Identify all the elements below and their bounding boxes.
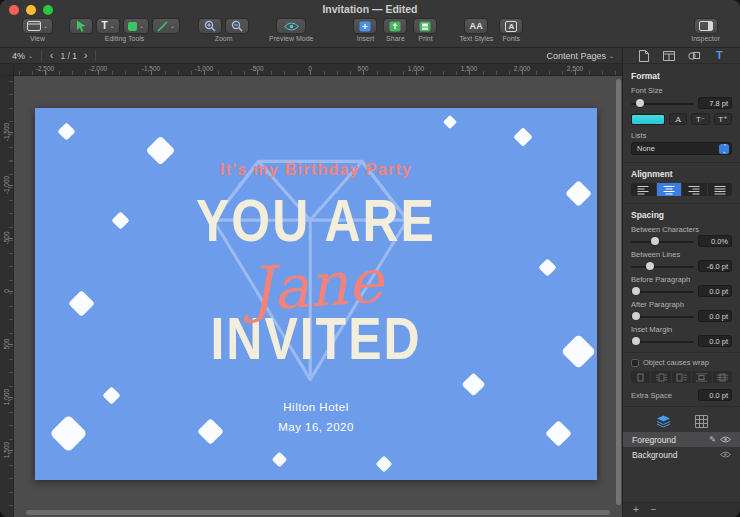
inspector-toggle-button[interactable] [694, 18, 718, 34]
zoom-out-button[interactable] [225, 18, 249, 34]
horizontal-ruler: -2,500-2,000-1,500-1,000-50005001,0001,5… [14, 64, 622, 75]
layers-tab[interactable] [656, 415, 671, 428]
horizontal-scrollbar[interactable] [26, 510, 610, 515]
toolbar-group-label: Inspector [691, 35, 720, 42]
object-inspector-tab[interactable] [684, 49, 704, 63]
text-tool-button[interactable]: T ⌄ [96, 18, 120, 34]
spacing-slider[interactable] [631, 287, 694, 296]
align-right-button[interactable] [682, 183, 707, 196]
chevron-down-icon: ⌄ [28, 53, 33, 59]
toolbar-group-inspector: Inspector [691, 18, 720, 42]
card-date[interactable]: May 16, 2020 [35, 421, 597, 433]
slider-thumb[interactable] [646, 262, 654, 270]
print-button[interactable] [413, 18, 437, 34]
fonts-button[interactable]: A [499, 18, 523, 34]
wrap-right-icon [675, 373, 688, 382]
insert-icon [359, 21, 371, 32]
font-size-field[interactable]: 7.8 pt [698, 97, 732, 109]
align-justify-button[interactable] [708, 183, 733, 196]
line-tool-button[interactable]: ⌄ [152, 18, 180, 34]
shape-tool-button[interactable]: ⌄ [123, 18, 149, 34]
spacing-value-field[interactable]: 0.0 pt [698, 335, 732, 347]
decrease-size-button[interactable]: T⁻ [691, 113, 709, 125]
spacing-row: 0.0 pt [631, 335, 732, 347]
align-center-button[interactable] [657, 183, 682, 196]
spacing-slider[interactable] [631, 262, 694, 271]
content-pages-dropdown[interactable]: Content Pages ⌄ [546, 51, 614, 61]
text-styles-button[interactable]: AA [464, 18, 488, 34]
card-subtitle[interactable]: It's my Birthday Party [35, 161, 597, 179]
preview-mode-button[interactable] [276, 18, 306, 34]
add-layer-button[interactable]: + [633, 505, 639, 515]
card-venue[interactable]: Hilton Hotel [35, 401, 597, 413]
spacing-value-field[interactable]: -6.0 pt [698, 260, 732, 272]
spacing-value-field[interactable]: 0.0% [698, 235, 732, 247]
toolbar-group-label: Share [386, 35, 405, 42]
layers-icon [656, 415, 671, 428]
grid-tab[interactable] [695, 415, 708, 428]
document-inspector-tab[interactable] [634, 49, 654, 63]
wrap-none-icon [634, 373, 647, 382]
slider-thumb[interactable] [632, 312, 640, 320]
increase-size-button[interactable]: T⁺ [714, 113, 732, 125]
ruler-row: -2,500-2,000-1,500-1,000-50005001,0001,5… [0, 64, 622, 76]
wrap-above-below-button[interactable] [692, 371, 711, 383]
wrap-none-button[interactable] [631, 371, 650, 383]
slider-thumb[interactable] [632, 287, 640, 295]
lists-dropdown[interactable]: None ⌃ ⌄ [631, 142, 732, 155]
chevron-down-icon: ⌄ [110, 23, 115, 29]
object-causes-wrap-checkbox[interactable] [631, 359, 639, 367]
layer-panel-footer: + − [623, 502, 740, 517]
eye-icon [284, 22, 299, 31]
inspector-tabs: T [623, 48, 740, 64]
spacing-slider[interactable] [631, 337, 694, 346]
toolbar-group-label: Fonts [503, 35, 521, 42]
wrap-through-button[interactable] [713, 371, 732, 383]
wrap-both-sides-button[interactable] [651, 371, 670, 383]
spacing-value-field[interactable]: 0.0 pt [698, 285, 732, 297]
extra-space-field[interactable]: 0.0 pt [698, 389, 732, 401]
zoom-in-button[interactable] [198, 18, 222, 34]
toolbar-group-label: Insert [357, 35, 375, 42]
spacing-slider[interactable] [631, 312, 694, 321]
previous-page-button[interactable]: ‹ [50, 51, 53, 61]
zoom-level-dropdown[interactable]: 4% ⌄ [8, 51, 37, 61]
invitation-card[interactable]: It's my Birthday Party YOU ARE Jane INVI… [35, 108, 597, 480]
insert-button[interactable] [353, 18, 377, 34]
visibility-icon[interactable] [720, 436, 731, 443]
chevron-down-icon: ⌄ [722, 149, 726, 153]
ruler-tick [363, 70, 364, 75]
vertical-scrollbar[interactable] [616, 79, 621, 505]
extra-space-label: Extra Space [631, 391, 672, 400]
close-window-button[interactable] [9, 5, 19, 15]
minimize-window-button[interactable] [26, 5, 36, 15]
pointer-tool-button[interactable] [69, 18, 93, 34]
view-options-button[interactable]: ⌄ [22, 18, 53, 34]
layout-icon [663, 51, 675, 61]
spacing-slider[interactable] [631, 237, 694, 246]
layer-row-background[interactable]: Background [623, 447, 740, 462]
visibility-icon[interactable] [720, 451, 731, 458]
layer-row-foreground[interactable]: Foreground ✎ [623, 432, 740, 447]
next-page-button[interactable]: › [84, 51, 87, 61]
chevron-down-icon: ⌄ [609, 53, 614, 59]
font-size-slider[interactable] [631, 99, 694, 108]
section-divider [623, 162, 740, 163]
canvas[interactable]: It's my Birthday Party YOU ARE Jane INVI… [14, 76, 622, 517]
slider-thumb[interactable] [651, 237, 659, 245]
share-button[interactable] [383, 18, 407, 34]
slider-thumb[interactable] [636, 99, 644, 107]
text-inspector-tab[interactable]: T [709, 49, 729, 63]
titlebar: Invitation — Edited [0, 0, 740, 18]
remove-layer-button[interactable]: − [651, 505, 657, 515]
layout-inspector-tab[interactable] [659, 49, 679, 63]
align-left-button[interactable] [631, 183, 656, 196]
text-color-swatch[interactable] [631, 114, 665, 125]
slider-thumb[interactable] [632, 337, 640, 345]
edit-layer-icon[interactable]: ✎ [709, 435, 716, 444]
spacing-value-field[interactable]: 0.0 pt [698, 310, 732, 322]
toolbar-group-preview: Preview Mode [269, 18, 313, 42]
font-panel-button[interactable]: A [669, 113, 687, 125]
zoom-window-button[interactable] [43, 5, 53, 15]
wrap-right-button[interactable] [672, 371, 691, 383]
